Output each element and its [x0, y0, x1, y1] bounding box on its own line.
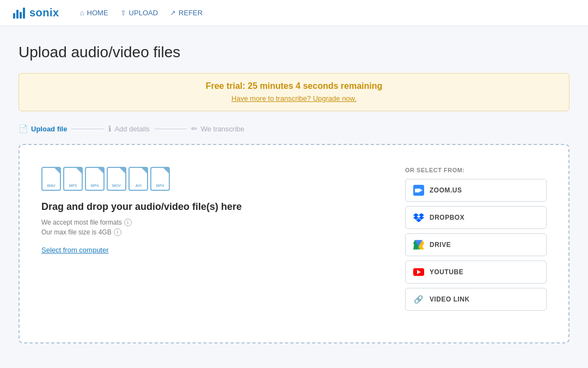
upload-icon: ⇧ — [120, 9, 126, 17]
drag-drop-title: Drag and drop your audio/video file(s) h… — [41, 201, 372, 213]
page-title: Upload audio/video files — [19, 44, 569, 61]
step-add-details: ℹ Add details — [108, 124, 149, 133]
main-content: Upload audio/video files Free trial: 25 … — [5, 26, 583, 357]
stepper: 📄 Upload file ℹ Add details ✏ We transcr… — [19, 124, 569, 133]
size-note: Our max file size is 4GB i — [41, 228, 372, 236]
file-icon-mp3: MP3 — [63, 167, 83, 191]
transcribe-icon: ✏ — [191, 124, 198, 133]
step-upload-file: 📄 Upload file — [19, 124, 67, 133]
formats-note: We accept most file formats i — [41, 219, 372, 226]
nav-upload[interactable]: ⇧ UPLOAD — [120, 9, 158, 17]
formats-info-icon[interactable]: i — [124, 219, 132, 226]
upload-file-icon: 📄 — [19, 124, 28, 133]
nav-refer[interactable]: ↗ REFER — [170, 9, 203, 17]
select-from-computer-link[interactable]: Select from computer — [41, 246, 109, 254]
or-select-label: OR SELECT FROM: — [405, 167, 547, 173]
navbar: sonix ⌂ HOME ⇧ UPLOAD ↗ REFER — [0, 0, 588, 26]
brand-name: sonix — [29, 7, 59, 19]
file-icon-mp4b: MP4 — [150, 167, 170, 191]
step-connector-2 — [154, 129, 187, 129]
home-icon: ⌂ — [80, 9, 84, 17]
trial-banner-title: Free trial: 25 minutes 4 seconds remaini… — [30, 81, 558, 91]
bars-icon — [13, 8, 25, 19]
zoom-source-button[interactable]: ZOOM.US — [405, 179, 547, 202]
upload-drop-zone[interactable]: WAV MP3 MP4 MOV AVI MP4 Drag and drop yo… — [19, 144, 569, 343]
upgrade-link[interactable]: Have more to transcribe? Upgrade now. — [231, 94, 357, 102]
dropbox-icon — [413, 212, 424, 223]
file-icon-mov: MOV — [107, 167, 126, 191]
upload-left-panel: WAV MP3 MP4 MOV AVI MP4 Drag and drop yo… — [41, 167, 372, 255]
refer-icon: ↗ — [170, 9, 176, 17]
link-icon: 🔗 — [413, 294, 424, 305]
upload-right-panel: OR SELECT FROM: ZOOM.US — [405, 167, 547, 315]
step-we-transcribe: ✏ We transcribe — [191, 124, 244, 133]
file-icon-mp4a: MP4 — [85, 167, 105, 191]
size-info-icon[interactable]: i — [114, 228, 121, 236]
video-link-source-button[interactable]: 🔗 VIDEO LINK — [405, 288, 547, 311]
file-icon-wav: WAV — [41, 167, 61, 191]
drive-source-button[interactable]: DRIVE — [405, 233, 547, 256]
drive-icon — [413, 239, 424, 250]
nav-links: ⌂ HOME ⇧ UPLOAD ↗ REFER — [80, 9, 203, 17]
dropbox-source-button[interactable]: DROPBOX — [405, 206, 547, 229]
file-icon-avi: AVI — [128, 167, 148, 191]
add-details-icon: ℹ — [108, 124, 111, 133]
trial-banner: Free trial: 25 minutes 4 seconds remaini… — [19, 73, 569, 111]
youtube-icon — [413, 267, 424, 277]
nav-home[interactable]: ⌂ HOME — [80, 9, 108, 17]
brand-logo[interactable]: sonix — [13, 7, 59, 19]
youtube-source-button[interactable]: YOUTUBE — [405, 261, 547, 283]
zoom-icon — [413, 185, 424, 196]
file-type-icons: WAV MP3 MP4 MOV AVI MP4 — [41, 167, 372, 191]
step-connector-1 — [71, 129, 104, 129]
